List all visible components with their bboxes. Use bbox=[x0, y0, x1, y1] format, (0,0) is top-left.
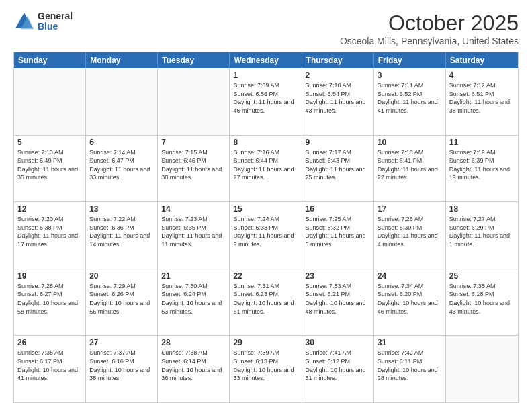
day-header-thursday: Thursday bbox=[302, 52, 374, 68]
day-number: 7 bbox=[161, 138, 226, 147]
day-header-sunday: Sunday bbox=[14, 52, 86, 68]
day-cell-24: 24Sunrise: 7:34 AM Sunset: 6:20 PM Dayli… bbox=[374, 269, 446, 336]
day-info: Sunrise: 7:41 AM Sunset: 6:12 PM Dayligh… bbox=[306, 349, 370, 382]
day-info: Sunrise: 7:18 AM Sunset: 6:41 PM Dayligh… bbox=[378, 148, 442, 182]
day-number: 19 bbox=[17, 271, 82, 281]
page-header: General Blue October 2025 Osceola Mills,… bbox=[13, 11, 519, 46]
day-cell-4: 4Sunrise: 7:12 AM Sunset: 6:51 PM Daylig… bbox=[446, 68, 518, 135]
day-cell-18: 18Sunrise: 7:27 AM Sunset: 6:29 PM Dayli… bbox=[446, 202, 518, 269]
day-cell-25: 25Sunrise: 7:35 AM Sunset: 6:18 PM Dayli… bbox=[446, 269, 518, 336]
day-number: 20 bbox=[89, 271, 154, 281]
day-number: 24 bbox=[378, 271, 442, 281]
day-info: Sunrise: 7:23 AM Sunset: 6:35 PM Dayligh… bbox=[161, 215, 226, 248]
logo-icon bbox=[13, 11, 35, 32]
day-number: 16 bbox=[306, 204, 370, 214]
day-cell-15: 15Sunrise: 7:24 AM Sunset: 6:33 PM Dayli… bbox=[230, 202, 302, 269]
day-info: Sunrise: 7:19 AM Sunset: 6:39 PM Dayligh… bbox=[449, 148, 515, 182]
day-cell-6: 6Sunrise: 7:14 AM Sunset: 6:47 PM Daylig… bbox=[86, 136, 158, 202]
day-info: Sunrise: 7:38 AM Sunset: 6:14 PM Dayligh… bbox=[161, 349, 226, 382]
day-cell-19: 19Sunrise: 7:28 AM Sunset: 6:27 PM Dayli… bbox=[14, 269, 86, 336]
day-cell-10: 10Sunrise: 7:18 AM Sunset: 6:41 PM Dayli… bbox=[374, 136, 446, 202]
day-cell-2: 2Sunrise: 7:10 AM Sunset: 6:54 PM Daylig… bbox=[302, 68, 374, 135]
day-info: Sunrise: 7:16 AM Sunset: 6:44 PM Dayligh… bbox=[233, 148, 298, 182]
empty-cell-4-6 bbox=[446, 336, 518, 402]
day-number: 5 bbox=[17, 138, 82, 147]
calendar-body: 1Sunrise: 7:09 AM Sunset: 6:56 PM Daylig… bbox=[14, 68, 518, 402]
day-number: 30 bbox=[306, 338, 370, 347]
day-number: 3 bbox=[378, 71, 442, 80]
day-number: 10 bbox=[378, 138, 442, 147]
calendar-header: SundayMondayTuesdayWednesdayThursdayFrid… bbox=[14, 52, 518, 68]
day-number: 1 bbox=[233, 71, 298, 80]
day-info: Sunrise: 7:27 AM Sunset: 6:29 PM Dayligh… bbox=[449, 215, 515, 248]
day-header-tuesday: Tuesday bbox=[158, 52, 230, 68]
day-number: 28 bbox=[161, 338, 226, 347]
day-cell-9: 9Sunrise: 7:17 AM Sunset: 6:43 PM Daylig… bbox=[302, 136, 374, 202]
day-cell-21: 21Sunrise: 7:30 AM Sunset: 6:24 PM Dayli… bbox=[158, 269, 230, 336]
day-info: Sunrise: 7:30 AM Sunset: 6:24 PM Dayligh… bbox=[161, 282, 226, 316]
title-area: October 2025 Osceola Mills, Pennsylvania… bbox=[340, 11, 519, 46]
day-cell-14: 14Sunrise: 7:23 AM Sunset: 6:35 PM Dayli… bbox=[158, 202, 230, 269]
day-cell-11: 11Sunrise: 7:19 AM Sunset: 6:39 PM Dayli… bbox=[446, 136, 518, 202]
calendar-row-0: 1Sunrise: 7:09 AM Sunset: 6:56 PM Daylig… bbox=[14, 68, 518, 135]
day-number: 26 bbox=[17, 338, 82, 347]
day-info: Sunrise: 7:09 AM Sunset: 6:56 PM Dayligh… bbox=[233, 81, 298, 115]
day-cell-3: 3Sunrise: 7:11 AM Sunset: 6:52 PM Daylig… bbox=[374, 68, 446, 135]
day-info: Sunrise: 7:13 AM Sunset: 6:49 PM Dayligh… bbox=[17, 148, 82, 182]
day-number: 31 bbox=[378, 338, 442, 347]
day-info: Sunrise: 7:31 AM Sunset: 6:23 PM Dayligh… bbox=[233, 282, 298, 316]
calendar-row-4: 26Sunrise: 7:36 AM Sunset: 6:17 PM Dayli… bbox=[14, 335, 518, 402]
day-cell-5: 5Sunrise: 7:13 AM Sunset: 6:49 PM Daylig… bbox=[14, 136, 86, 202]
day-number: 8 bbox=[233, 138, 298, 147]
day-info: Sunrise: 7:24 AM Sunset: 6:33 PM Dayligh… bbox=[233, 215, 298, 248]
day-number: 21 bbox=[161, 271, 226, 281]
day-info: Sunrise: 7:14 AM Sunset: 6:47 PM Dayligh… bbox=[89, 148, 154, 182]
day-info: Sunrise: 7:12 AM Sunset: 6:51 PM Dayligh… bbox=[449, 81, 515, 115]
day-info: Sunrise: 7:36 AM Sunset: 6:17 PM Dayligh… bbox=[17, 349, 82, 382]
day-header-wednesday: Wednesday bbox=[230, 52, 302, 68]
day-info: Sunrise: 7:35 AM Sunset: 6:18 PM Dayligh… bbox=[449, 282, 515, 316]
logo-blue-text: Blue bbox=[38, 21, 73, 32]
day-info: Sunrise: 7:26 AM Sunset: 6:30 PM Dayligh… bbox=[378, 215, 442, 248]
calendar-row-2: 12Sunrise: 7:20 AM Sunset: 6:38 PM Dayli… bbox=[14, 201, 518, 269]
day-info: Sunrise: 7:20 AM Sunset: 6:38 PM Dayligh… bbox=[17, 215, 82, 248]
logo: General Blue bbox=[13, 11, 73, 32]
day-number: 14 bbox=[161, 204, 226, 214]
day-cell-26: 26Sunrise: 7:36 AM Sunset: 6:17 PM Dayli… bbox=[14, 336, 86, 402]
day-info: Sunrise: 7:10 AM Sunset: 6:54 PM Dayligh… bbox=[306, 81, 370, 115]
empty-cell-0-1 bbox=[86, 68, 158, 135]
day-number: 22 bbox=[233, 271, 298, 281]
day-info: Sunrise: 7:22 AM Sunset: 6:36 PM Dayligh… bbox=[89, 215, 154, 248]
logo-general-text: General bbox=[38, 11, 73, 21]
day-cell-27: 27Sunrise: 7:37 AM Sunset: 6:16 PM Dayli… bbox=[86, 336, 158, 402]
day-info: Sunrise: 7:28 AM Sunset: 6:27 PM Dayligh… bbox=[17, 282, 82, 316]
day-number: 29 bbox=[233, 338, 298, 347]
day-cell-31: 31Sunrise: 7:42 AM Sunset: 6:11 PM Dayli… bbox=[374, 336, 446, 402]
day-info: Sunrise: 7:42 AM Sunset: 6:11 PM Dayligh… bbox=[378, 349, 442, 382]
day-number: 25 bbox=[449, 271, 515, 281]
day-number: 4 bbox=[449, 71, 515, 80]
day-info: Sunrise: 7:34 AM Sunset: 6:20 PM Dayligh… bbox=[378, 282, 442, 316]
day-cell-7: 7Sunrise: 7:15 AM Sunset: 6:46 PM Daylig… bbox=[158, 136, 230, 202]
calendar-row-3: 19Sunrise: 7:28 AM Sunset: 6:27 PM Dayli… bbox=[14, 269, 518, 336]
day-info: Sunrise: 7:25 AM Sunset: 6:32 PM Dayligh… bbox=[306, 215, 370, 248]
day-cell-28: 28Sunrise: 7:38 AM Sunset: 6:14 PM Dayli… bbox=[158, 336, 230, 402]
empty-cell-0-2 bbox=[158, 68, 230, 135]
day-number: 2 bbox=[306, 71, 370, 80]
day-number: 27 bbox=[89, 338, 154, 347]
day-cell-1: 1Sunrise: 7:09 AM Sunset: 6:56 PM Daylig… bbox=[230, 68, 302, 135]
day-header-friday: Friday bbox=[374, 52, 446, 68]
day-cell-30: 30Sunrise: 7:41 AM Sunset: 6:12 PM Dayli… bbox=[302, 336, 374, 402]
day-header-saturday: Saturday bbox=[446, 52, 518, 68]
day-cell-20: 20Sunrise: 7:29 AM Sunset: 6:26 PM Dayli… bbox=[86, 269, 158, 336]
day-number: 6 bbox=[89, 138, 154, 147]
day-cell-29: 29Sunrise: 7:39 AM Sunset: 6:13 PM Dayli… bbox=[230, 336, 302, 402]
day-number: 15 bbox=[233, 204, 298, 214]
day-info: Sunrise: 7:33 AM Sunset: 6:21 PM Dayligh… bbox=[306, 282, 370, 316]
day-cell-22: 22Sunrise: 7:31 AM Sunset: 6:23 PM Dayli… bbox=[230, 269, 302, 336]
day-number: 23 bbox=[306, 271, 370, 281]
day-info: Sunrise: 7:17 AM Sunset: 6:43 PM Dayligh… bbox=[306, 148, 370, 182]
day-info: Sunrise: 7:29 AM Sunset: 6:26 PM Dayligh… bbox=[89, 282, 154, 316]
day-cell-8: 8Sunrise: 7:16 AM Sunset: 6:44 PM Daylig… bbox=[230, 136, 302, 202]
day-header-monday: Monday bbox=[86, 52, 158, 68]
